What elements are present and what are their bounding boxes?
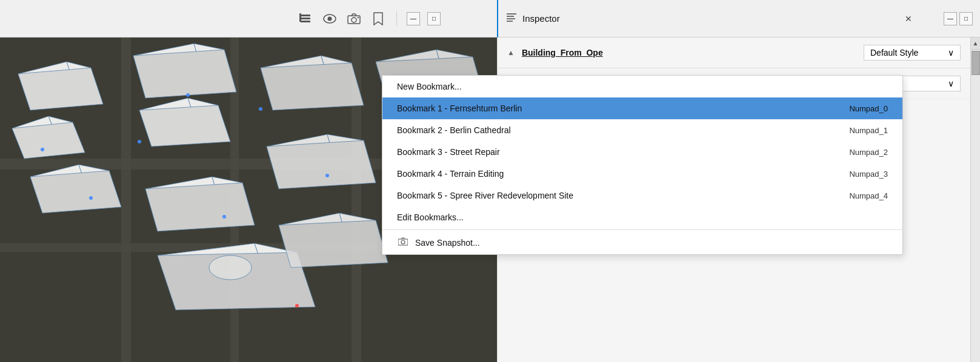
svg-marker-30 [133, 50, 236, 98]
menu-item-bookmark-1-shortcut: Numpad_0 [849, 104, 888, 113]
svg-rect-0 [301, 15, 310, 16]
svg-point-57 [138, 140, 141, 143]
eye-icon[interactable] [321, 10, 338, 27]
svg-marker-49 [279, 220, 388, 268]
svg-point-61 [89, 196, 93, 200]
svg-marker-33 [139, 105, 230, 146]
menu-item-bookmark-4-shortcut: Numpad_3 [849, 169, 888, 179]
menu-item-save-snapshot-label: Save Snapshot... [415, 238, 480, 248]
lod-dropdown-chevron: ∨ [948, 79, 954, 88]
inspector-tab-icon [505, 12, 518, 25]
menu-item-bookmark-4[interactable]: Bookmark 4 - Terrain Editing Numpad_3 [382, 163, 902, 185]
scroll-up-button[interactable]: ▲ [971, 38, 981, 50]
camera-icon[interactable] [345, 10, 362, 27]
svg-rect-16 [121, 38, 131, 362]
menu-item-bookmark-1-label: Bookmark 1 - Fernsehturm Berlin [397, 104, 849, 113]
menu-item-bookmark-5[interactable]: Bookmark 5 - Spree River Redevelopment S… [382, 185, 902, 206]
svg-rect-3 [299, 13, 301, 22]
toolbar-separator-1 [396, 12, 397, 26]
svg-point-59 [259, 107, 262, 111]
bookmark-icon[interactable] [370, 10, 387, 27]
svg-rect-2 [301, 21, 310, 22]
svg-point-40 [209, 255, 252, 280]
section-style-chevron-icon: ∨ [948, 48, 954, 58]
menu-item-edit-bookmarks-label: Edit Bookmarks... [397, 212, 888, 222]
window-maximize-button[interactable]: □ [427, 12, 441, 25]
toolbar-left: — □ [0, 10, 441, 27]
svg-point-60 [325, 174, 329, 177]
section-title: Building_From_Ope [522, 48, 603, 58]
section-expand-icon[interactable]: ▲ [507, 48, 515, 57]
menu-item-new-bookmark[interactable]: New Bookmark... [382, 76, 902, 97]
section-style-dropdown[interactable]: Default Style ∨ [864, 45, 961, 61]
scrollbar: ▲ [970, 38, 980, 362]
menu-item-bookmark-1[interactable]: Bookmark 1 - Fernsehturm Berlin Numpad_0 [382, 97, 902, 119]
inspector-tab: Inspector ✕ — □ [497, 0, 980, 38]
menu-item-bookmark-5-shortcut: Numpad_4 [849, 191, 888, 200]
svg-marker-27 [30, 171, 121, 213]
layers-icon[interactable] [297, 10, 314, 27]
menu-item-bookmark-5-label: Bookmark 5 - Spree River Redevelopment S… [397, 191, 849, 200]
svg-marker-21 [18, 68, 103, 110]
menu-item-bookmark-3[interactable]: Bookmark 3 - Street Repair Numpad_2 [382, 141, 902, 163]
window-minimize-button[interactable]: — [407, 12, 420, 25]
svg-marker-36 [145, 183, 255, 231]
scroll-thumb[interactable] [972, 51, 980, 75]
inspector-tab-label: Inspector [522, 13, 898, 24]
svg-point-56 [186, 93, 190, 97]
inspector-minimize-button[interactable]: — [944, 12, 957, 25]
section-style-dropdown-label: Default Style [870, 48, 918, 58]
bookmark-dropdown-menu: New Bookmark... Bookmark 1 - Fernsehturm… [382, 75, 903, 255]
save-snapshot-with-icon: Save Snapshot... [397, 237, 480, 248]
svg-point-63 [295, 304, 299, 308]
svg-marker-46 [267, 140, 376, 189]
menu-item-save-snapshot[interactable]: Save Snapshot... [382, 231, 902, 254]
menu-item-bookmark-4-label: Bookmark 4 - Terrain Editing [397, 169, 849, 179]
menu-item-bookmark-2-shortcut: Numpad_1 [849, 126, 888, 135]
svg-point-8 [358, 16, 359, 18]
main-area: ▲ Building_From_Ope Default Style ∨ Leve… [0, 38, 980, 362]
svg-point-65 [401, 240, 405, 244]
svg-marker-24 [12, 122, 85, 159]
inspector-maximize-button[interactable]: □ [959, 12, 973, 25]
svg-point-7 [352, 18, 356, 22]
svg-marker-43 [261, 63, 364, 110]
menu-item-edit-bookmarks[interactable]: Edit Bookmarks... [382, 206, 902, 228]
svg-point-58 [222, 215, 226, 219]
dropdown-separator [382, 229, 902, 230]
menu-item-bookmark-2[interactable]: Bookmark 2 - Berlin Cathedral Numpad_1 [382, 119, 902, 141]
menu-item-bookmark-3-shortcut: Numpad_2 [849, 148, 888, 157]
inspector-section-building: ▲ Building_From_Ope Default Style ∨ [498, 38, 970, 68]
inspector-close-button[interactable]: ✕ [902, 13, 915, 25]
svg-point-5 [328, 16, 332, 21]
menu-item-bookmark-3-label: Bookmark 3 - Street Repair [397, 147, 849, 157]
toolbar: — □ Inspector ✕ — □ [0, 0, 980, 38]
menu-item-bookmark-2-label: Bookmark 2 - Berlin Cathedral [397, 125, 849, 135]
menu-item-new-bookmark-label: New Bookmark... [397, 82, 888, 91]
camera-menu-icon [397, 237, 409, 248]
svg-point-62 [41, 148, 44, 151]
svg-rect-1 [301, 18, 310, 19]
